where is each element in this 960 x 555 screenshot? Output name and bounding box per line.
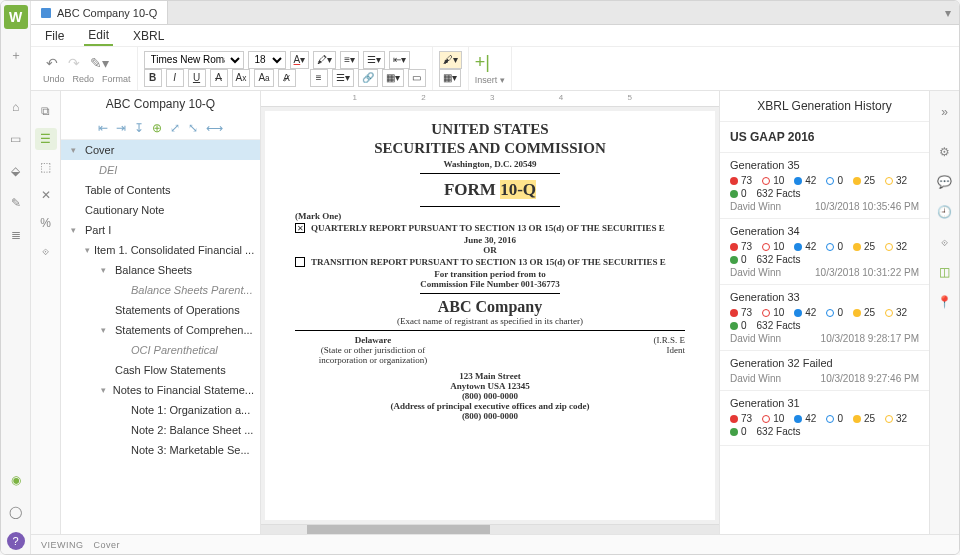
outline-rail: ⧉ ☰ ⬚ ✕ % ⟐: [31, 91, 61, 534]
case-button[interactable]: Aa: [254, 69, 273, 87]
outline-item[interactable]: Table of Contents: [61, 180, 260, 200]
user-icon[interactable]: ◯: [4, 500, 28, 524]
history-list: Generation 35731042025320632 FactsDavid …: [720, 153, 929, 534]
checkbox-quarterly[interactable]: ✕: [295, 223, 305, 233]
app-rail-right: » ⚙ 💬 🕘 ⟐ ◫ 📍: [929, 91, 959, 534]
xbrl-icon[interactable]: ◫: [934, 261, 956, 283]
database-icon[interactable]: ≣: [4, 223, 28, 247]
insert-button[interactable]: +|: [475, 52, 490, 73]
size-select[interactable]: 18: [248, 51, 286, 69]
outline-tool-7[interactable]: ⟷: [206, 121, 223, 135]
font-color-button[interactable]: A▾: [290, 51, 310, 69]
status-dot-icon: [885, 415, 893, 423]
document-page[interactable]: UNITED STATES SECURITIES AND COMMISSION …: [265, 111, 715, 520]
outline-item[interactable]: DEI: [61, 160, 260, 180]
ruler[interactable]: 1 2 3 4 5: [261, 91, 719, 107]
expand-icon[interactable]: »: [934, 101, 956, 123]
fill-button[interactable]: 🖌▾: [439, 51, 462, 69]
generation-meta: David Winn10/3/2018 10:35:46 PM: [730, 201, 919, 212]
chart-icon[interactable]: ⬙: [4, 159, 28, 183]
status-dot-icon: [762, 243, 770, 251]
indent-button[interactable]: ⇤▾: [389, 51, 410, 69]
nav-icon-5[interactable]: %: [35, 212, 57, 234]
link-icon[interactable]: ⟐: [934, 231, 956, 253]
outline-item[interactable]: ▾Notes to Financial Stateme...: [61, 380, 260, 400]
outline-tool-6[interactable]: ⤡: [188, 121, 198, 135]
outline-item[interactable]: Balance Sheets Parent...: [61, 280, 260, 300]
list-button[interactable]: ☰▾: [363, 51, 385, 69]
italic-button[interactable]: I: [166, 69, 184, 87]
outline-tool-3[interactable]: ↧: [134, 121, 144, 135]
generation-title[interactable]: Generation 32 Failed: [730, 357, 919, 369]
outline-tool-5[interactable]: ⤢: [170, 121, 180, 135]
menu-edit[interactable]: Edit: [84, 26, 113, 46]
home-icon[interactable]: ⌂: [4, 95, 28, 119]
gear-icon[interactable]: ⚙: [934, 141, 956, 163]
outline-item[interactable]: OCI Parenthetical: [61, 340, 260, 360]
edit-icon[interactable]: ✎: [4, 191, 28, 215]
clock-icon[interactable]: 🕘: [934, 201, 956, 223]
outline-item[interactable]: Cautionary Note: [61, 200, 260, 220]
outline-item-label: Cover: [85, 144, 114, 156]
undo-button[interactable]: ↶: [43, 54, 61, 72]
stat-item: 25: [853, 175, 875, 186]
redo-button[interactable]: ↷: [65, 54, 83, 72]
outline-item-label: Note 3: Marketable Se...: [131, 444, 250, 456]
nav-icon-3[interactable]: ⬚: [35, 156, 57, 178]
superscript-button[interactable]: Ax: [232, 69, 251, 87]
generation-title[interactable]: Generation 33: [730, 291, 919, 303]
align-button[interactable]: ≡▾: [340, 51, 359, 69]
bold-button[interactable]: B: [144, 69, 162, 87]
outline-tree-icon[interactable]: ☰: [35, 128, 57, 150]
stat-item: 25: [853, 307, 875, 318]
nav-icon-1[interactable]: ⧉: [35, 100, 57, 122]
pin-icon[interactable]: 📍: [934, 291, 956, 313]
nav-icon-4[interactable]: ✕: [35, 184, 57, 206]
borders-button[interactable]: ▭: [408, 69, 426, 87]
outline-tool-1[interactable]: ⇤: [98, 121, 108, 135]
outline-item[interactable]: Note 2: Balance Sheet ...: [61, 420, 260, 440]
document-tab[interactable]: ABC Company 10-Q: [31, 1, 168, 24]
redo-label: Redo: [73, 74, 95, 84]
outline-item[interactable]: Note 3: Marketable Se...: [61, 440, 260, 460]
tab-menu-icon[interactable]: ▾: [945, 6, 951, 20]
generation-title[interactable]: Generation 35: [730, 159, 919, 171]
generation-title[interactable]: Generation 34: [730, 225, 919, 237]
underline-button[interactable]: U: [188, 69, 206, 87]
outline-item[interactable]: ▾Part I: [61, 220, 260, 240]
menu-xbrl[interactable]: XBRL: [129, 27, 168, 45]
comment-icon[interactable]: 💬: [934, 171, 956, 193]
font-select[interactable]: Times New Roman: [144, 51, 244, 69]
link-button[interactable]: 🔗: [358, 69, 378, 87]
status-dot-icon: [885, 243, 893, 251]
horizontal-scrollbar[interactable]: [261, 524, 719, 534]
clear-format-button[interactable]: A̷: [278, 69, 296, 87]
highlight-button[interactable]: 🖍▾: [313, 51, 336, 69]
cell-borders-button[interactable]: ▦▾: [439, 69, 461, 87]
outline-tool-2[interactable]: ⇥: [116, 121, 126, 135]
outline-tool-4[interactable]: ⊕: [152, 121, 162, 135]
add-icon[interactable]: ＋: [4, 43, 28, 67]
folder-icon[interactable]: ▭: [4, 127, 28, 151]
outline-item[interactable]: Cash Flow Statements: [61, 360, 260, 380]
align-left-button[interactable]: ≡: [310, 69, 328, 87]
outline-item[interactable]: ▾Cover: [61, 140, 260, 160]
outline-item[interactable]: ▾Statements of Comprehen...: [61, 320, 260, 340]
doc-date: June 30, 2016: [464, 235, 516, 245]
outline-item[interactable]: ▾Item 1. Consolidated Financial ...: [61, 240, 260, 260]
nav-icon-6[interactable]: ⟐: [35, 240, 57, 262]
help-icon[interactable]: ?: [7, 532, 25, 550]
outline-item[interactable]: Statements of Operations: [61, 300, 260, 320]
checkbox-transition[interactable]: [295, 257, 305, 267]
outline-item[interactable]: Note 1: Organization a...: [61, 400, 260, 420]
insert-label: Insert ▾: [475, 75, 505, 85]
menu-file[interactable]: File: [41, 27, 68, 45]
outline-item[interactable]: ▾Balance Sheets: [61, 260, 260, 280]
brand-icon[interactable]: ◉: [4, 468, 28, 492]
format-button[interactable]: ✎▾: [87, 54, 112, 72]
strike-button[interactable]: A: [210, 69, 228, 87]
table-button[interactable]: ▦▾: [382, 69, 404, 87]
generation-title[interactable]: Generation 31: [730, 397, 919, 409]
status-dot-icon: [794, 415, 802, 423]
align-center-button[interactable]: ☰▾: [332, 69, 354, 87]
